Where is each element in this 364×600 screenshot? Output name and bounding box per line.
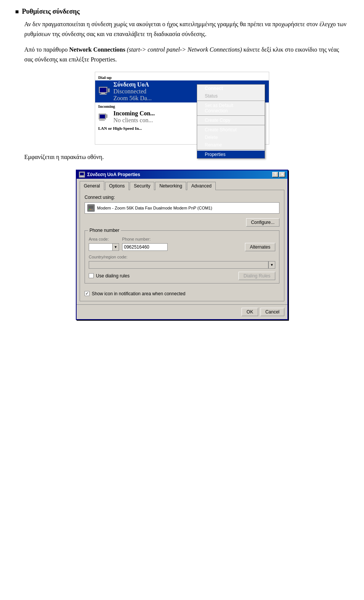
country-region-label: Country/region code: [89,255,127,259]
modem-row: Modem - Zoom 56K Data Fax Dualmode Modem… [85,202,279,214]
separator-1 [197,101,265,101]
svg-rect-7 [106,115,107,118]
screenshot-network-connections: Dial-up Σύνδεση UoA [15,72,349,145]
country-region-input[interactable] [89,261,268,269]
separator-2 [197,115,265,116]
phone-number-label: Phone number: [122,237,151,241]
use-dialing-checkbox[interactable] [89,273,94,278]
context-properties[interactable]: Properties [197,151,265,158]
alternates-button[interactable]: Alternates [245,243,275,251]
titlebar-buttons: ? ✕ [272,172,285,177]
cancel-button[interactable]: Cancel [260,308,284,316]
svg-rect-12 [81,176,83,177]
area-code-input[interactable] [89,243,112,251]
phone-labels: Area code: Phone number: [89,237,275,241]
svg-rect-9 [99,120,105,121]
separator-4 [197,150,265,150]
dialog-body: General Options Security Networking Adva… [77,179,287,304]
paragraph-2: Από το παράθυρο Network Connections (sta… [24,45,349,64]
nc-list: Dial-up Σύνδεση UoA [95,72,269,144]
area-code-arrow[interactable]: ▼ [112,243,119,251]
tab-networking[interactable]: Networking [155,182,186,190]
separator-3 [197,125,265,125]
svg-rect-1 [100,88,107,92]
context-set-default[interactable]: Set as Default Connection [197,102,265,115]
dialup-header: Dial-up [95,74,269,80]
configure-button[interactable]: Configure... [246,218,279,227]
tab-bar: General Options Security Networking Adva… [80,182,284,190]
svg-point-15 [89,209,90,210]
show-icon-row: ✓ Show icon in notification area when co… [85,291,279,296]
connection-uoa-icon [98,85,110,98]
svg-point-16 [90,209,91,210]
show-icon-checkbox[interactable]: ✓ [85,291,89,296]
use-dialing-row: Use dialing rules Dialing Rules [89,272,275,280]
modem-icon [87,204,95,212]
titlebar-left: Σύνδεση UoA Properties [79,172,140,178]
connect-using-label: Connect using: [85,195,279,200]
svg-rect-14 [89,206,93,209]
paragraph-1: Αν δεν πραγματοποιείται η σύνδεση χωρίς … [24,19,349,39]
svg-rect-8 [100,119,104,120]
paragraph-3: Εμφανίζεται η παρακάτω οθόνη. [24,152,349,162]
use-dialing-label: Use dialing rules [96,273,130,279]
context-menu: Connect Status Set as Default Connection… [197,84,265,159]
country-region-dropdown[interactable]: ▼ [89,261,275,269]
properties-dialog-container: Σύνδεση UoA Properties ? ✕ General Optio… [15,170,349,320]
country-region-row: Country/region code: ▼ [89,254,275,269]
properties-dialog: Σύνδεση UoA Properties ? ✕ General Optio… [76,170,288,320]
phone-labels-row: Area code: Phone number: ▼ [89,237,275,251]
connection-uoa[interactable]: Σύνδεση UoA Disconnected Zoom 56k Da... … [95,80,269,102]
section-title-text: Ρυθμίσεις σύνδεσης [22,8,80,16]
titlebar-icon [79,172,85,178]
tab-advanced[interactable]: Advanced [187,182,215,190]
phone-number-input[interactable] [122,243,168,251]
nc-window: Dial-up Σύνδεση UoA [95,72,269,145]
main-content: Ρυθμίσεις σύνδεσης Αν δεν πραγματοποιείτ… [15,8,349,320]
close-button[interactable]: ✕ [279,172,285,177]
area-code-dropdown[interactable]: ▼ [89,243,119,251]
svg-rect-4 [108,88,110,92]
configure-btn-row: Configure... [85,218,279,227]
tab-security[interactable]: Security [130,182,154,190]
dialog-titlebar: Σύνδεση UoA Properties ? ✕ [77,170,287,179]
dialing-rules-button[interactable]: Dialing Rules [238,272,275,280]
incoming-icon [98,111,110,123]
tab-general[interactable]: General [80,181,104,190]
context-create-shortcut[interactable]: Create Shortcut [197,126,265,134]
modem-row-container: Modem - Zoom 56K Data Fax Dualmode Modem… [85,202,279,217]
phone-group-legend: Phone number [88,228,121,233]
tab-options[interactable]: Options [105,182,129,190]
help-button[interactable]: ? [272,172,278,177]
phone-group: Phone number Area code: Phone number: [85,230,279,283]
svg-rect-3 [100,94,107,94]
context-create-copy[interactable]: Create Copy [197,117,265,124]
phone-inputs-row: ▼ Alternates [89,243,275,251]
show-icon-label: Show icon in notification area when conn… [92,291,185,296]
connect-using-section: Connect using: [85,195,279,227]
modem-name: Modem - Zoom 56K Data Fax Dualmode Modem… [97,206,277,210]
context-rename[interactable]: Rename [197,141,265,149]
context-status: Status [197,92,265,100]
dialog-footer: OK Cancel [77,304,287,319]
section-title: Ρυθμίσεις σύνδεσης [15,8,349,16]
dialog-title: Σύνδεση UoA Properties [87,172,140,177]
svg-rect-11 [80,173,84,175]
svg-rect-6 [100,115,105,118]
tab-content-general: Connect using: [80,190,284,301]
context-delete[interactable]: Delete [197,134,265,141]
country-region-arrow[interactable]: ▼ [268,261,275,269]
ok-button[interactable]: OK [242,308,258,316]
area-code-label: Area code: [89,237,119,241]
context-connect[interactable]: Connect [197,85,265,92]
svg-rect-2 [101,93,105,94]
